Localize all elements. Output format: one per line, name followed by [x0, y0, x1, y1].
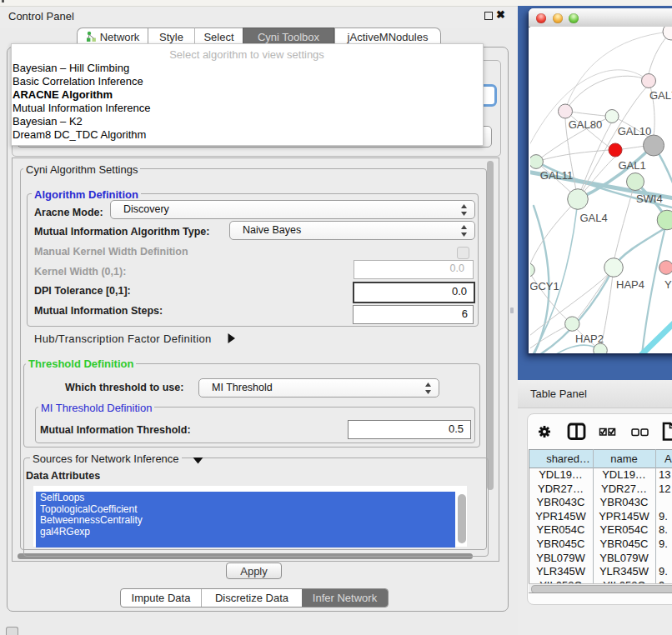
svg-text:SWI4: SWI4: [636, 192, 663, 205]
svg-text:HAP2: HAP2: [575, 332, 604, 345]
svg-text:GCY1: GCY1: [530, 280, 559, 292]
svg-text:GAL1: GAL1: [618, 159, 645, 172]
svg-text:GAL80: GAL80: [569, 118, 602, 131]
svg-text:GAL11: GAL11: [540, 169, 574, 182]
svg-text:Y: Y: [664, 278, 672, 291]
svg-text:GAL7: GAL7: [649, 89, 672, 102]
svg-text:GAL4: GAL4: [579, 212, 607, 224]
svg-text:HAP4: HAP4: [616, 278, 644, 291]
svg-text:GAL10: GAL10: [618, 125, 651, 138]
